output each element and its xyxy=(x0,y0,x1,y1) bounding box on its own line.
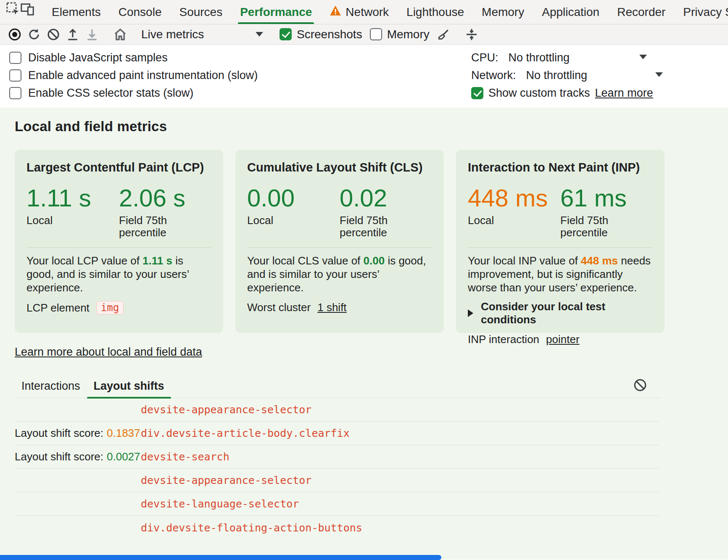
layout-shift-score-value: 0.1837 xyxy=(107,427,140,440)
vertical-align-icon[interactable] xyxy=(462,26,481,43)
collect-garbage-icon[interactable] xyxy=(434,26,453,43)
local-test-conditions-expander[interactable]: Consider your local test conditions xyxy=(468,300,653,326)
checkbox-checked-icon xyxy=(280,28,292,40)
throttling-settings: CPU: No throttling Network: No throttlin… xyxy=(471,49,728,102)
live-metrics-log: Interactions Layout shifts devsite-appea… xyxy=(15,379,659,539)
live-metrics-dropdown[interactable]: Live metrics xyxy=(141,28,263,41)
tab-layout-shifts[interactable]: Layout shifts xyxy=(87,380,171,398)
field-label: Field 75th percentile xyxy=(119,214,182,239)
expander-label: Consider your local test conditions xyxy=(481,300,653,326)
tab-recorder[interactable]: Recorder xyxy=(608,0,674,24)
desc-text: Your local LCP value of xyxy=(26,254,142,267)
node-link[interactable]: div.devsite-article-body.clearfix xyxy=(141,427,350,439)
upload-profile-icon[interactable] xyxy=(63,26,82,43)
clear-log-icon[interactable] xyxy=(633,378,647,395)
field-label: Field 75th percentile xyxy=(560,214,623,239)
metric-cards: Largest Contentful Paint (LCP) 1.11 s Lo… xyxy=(15,150,646,333)
chevron-down-icon xyxy=(655,72,663,77)
tab-label: Layout shifts xyxy=(94,380,164,392)
layout-shift-row[interactable]: devsite-appearance-selector xyxy=(15,398,659,422)
node-link[interactable]: devsite-language-selector xyxy=(141,498,299,510)
node-link[interactable]: devsite-search xyxy=(141,451,229,463)
desc-text: Your local INP value of xyxy=(468,254,581,267)
tab-interactions[interactable]: Interactions xyxy=(15,380,87,398)
cpu-label: CPU: xyxy=(471,51,499,64)
tab-label: Privacy Sandbox xyxy=(683,5,728,19)
desc-text: Your local CLS value of xyxy=(247,254,364,267)
node-link[interactable]: devsite-appearance-selector xyxy=(141,474,311,486)
inp-desc-value: 448 ms xyxy=(581,254,618,267)
divider xyxy=(468,247,653,248)
lcp-field-value: 2.06 s xyxy=(119,184,211,212)
advanced-paint-label: Enable advanced paint instrumentation (s… xyxy=(28,69,258,82)
layout-shift-score-label: Layout shift score: xyxy=(15,427,103,440)
screenshots-checkbox[interactable]: Screenshots xyxy=(280,28,362,41)
tab-performance[interactable]: Performance xyxy=(231,0,321,24)
tab-label: Recorder xyxy=(617,5,665,19)
record-icon[interactable] xyxy=(5,26,24,43)
device-toolbar-icon[interactable] xyxy=(20,0,34,18)
inp-description: Your local INP value of 448 ms needs imp… xyxy=(468,254,653,294)
devtools-tabbar: Elements Console Sources Performance Net… xyxy=(0,0,728,24)
layout-shift-row[interactable]: Layout shift score: 0.0027 devsite-searc… xyxy=(15,445,659,469)
node-link[interactable]: div.devsite-floating-action-buttons xyxy=(141,522,362,534)
cpu-value: No throttling xyxy=(509,51,570,64)
tab-privacy-sandbox[interactable]: Privacy Sandbox xyxy=(674,0,728,24)
download-profile-icon[interactable] xyxy=(82,26,102,43)
network-label: Network: xyxy=(471,69,516,82)
inp-interaction-link[interactable]: pointer xyxy=(546,333,580,346)
horizontal-scrollbar-thumb[interactable] xyxy=(0,555,441,560)
local-field-metrics-heading: Local and field metrics xyxy=(15,119,728,135)
memory-checkbox[interactable]: Memory xyxy=(370,28,430,41)
tab-memory[interactable]: Memory xyxy=(473,0,533,24)
tab-elements[interactable]: Elements xyxy=(43,0,110,24)
checkbox-unchecked-icon xyxy=(9,52,21,64)
inp-card-title: Interaction to Next Paint (INP) xyxy=(468,161,653,174)
chevron-down-icon xyxy=(256,32,263,37)
checkbox-unchecked-icon xyxy=(9,87,21,99)
performance-settings: Disable JavaScript samples Enable advanc… xyxy=(0,45,728,108)
cls-field-value: 0.02 xyxy=(340,184,432,212)
lcp-element-label: LCP element xyxy=(26,301,90,314)
tab-label: Memory xyxy=(482,5,524,19)
cls-desc-value: 0.00 xyxy=(364,254,385,267)
learn-more-field-data-link[interactable]: Learn more about local and field data xyxy=(15,346,202,359)
tab-lighthouse[interactable]: Lighthouse xyxy=(398,0,473,24)
field-label: Field 75th percentile xyxy=(340,214,403,239)
node-link[interactable]: devsite-appearance-selector xyxy=(141,404,311,416)
worst-cluster-link[interactable]: 1 shift xyxy=(317,301,346,314)
live-metrics-view: Local and field metrics Largest Contentf… xyxy=(0,108,728,560)
inspect-element-icon[interactable] xyxy=(6,0,20,18)
cpu-throttling-select[interactable]: CPU: No throttling xyxy=(471,49,728,66)
live-metrics-label: Live metrics xyxy=(141,28,204,41)
tab-label: Sources xyxy=(179,5,222,19)
tab-label: Performance xyxy=(240,5,312,19)
chevron-down-icon xyxy=(639,55,647,59)
tab-label: Lighthouse xyxy=(406,5,464,19)
clear-icon[interactable] xyxy=(44,26,63,43)
layout-shift-row[interactable]: Layout shift score: 0.1837 div.devsite-a… xyxy=(15,422,659,445)
tab-label: Interactions xyxy=(21,380,80,392)
performance-toolbar: Live metrics Screenshots Memory xyxy=(0,24,728,45)
layout-shift-score-label: Layout shift score: xyxy=(15,450,103,463)
cls-description: Your local CLS value of 0.00 is good, an… xyxy=(247,254,432,294)
layout-shift-row[interactable]: div.devsite-floating-action-buttons xyxy=(15,516,659,539)
show-custom-tracks-checkbox[interactable]: Show custom tracks xyxy=(471,87,590,100)
tab-application[interactable]: Application xyxy=(533,0,608,24)
network-throttling-select[interactable]: Network: No throttling xyxy=(471,66,728,84)
log-tabs: Interactions Layout shifts xyxy=(15,379,659,398)
layout-shift-row[interactable]: devsite-appearance-selector xyxy=(15,469,659,492)
reload-icon[interactable] xyxy=(24,26,44,43)
lcp-element-node-link[interactable]: img xyxy=(96,301,124,314)
show-custom-tracks-label: Show custom tracks xyxy=(488,87,590,100)
home-icon[interactable] xyxy=(111,26,130,43)
tab-label: Application xyxy=(542,5,599,19)
tab-console[interactable]: Console xyxy=(110,0,171,24)
layout-shift-score-value: 0.0027 xyxy=(107,450,140,463)
layout-shift-row[interactable]: devsite-language-selector xyxy=(15,492,659,516)
tab-network[interactable]: Network xyxy=(321,0,398,24)
chevron-right-icon xyxy=(468,309,473,317)
learn-more-link[interactable]: Learn more xyxy=(595,87,653,100)
tab-sources[interactable]: Sources xyxy=(170,0,231,24)
tab-label: Console xyxy=(119,5,162,19)
